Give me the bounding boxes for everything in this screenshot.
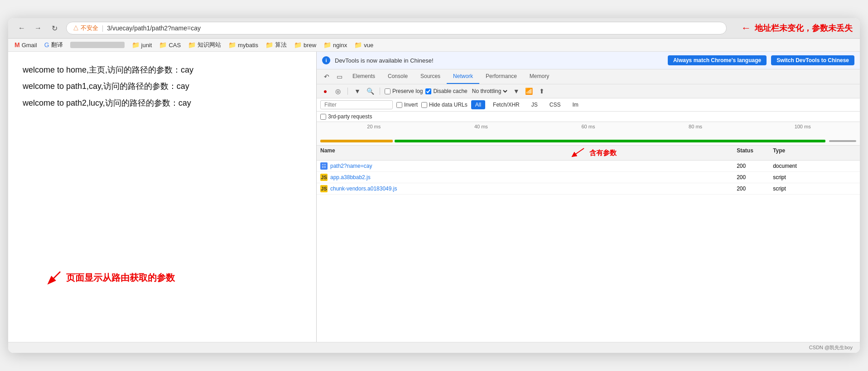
network-table: Name 含有参数	[317, 146, 860, 342]
filter-type-all[interactable]: All	[471, 100, 485, 109]
preserve-log-checkbox[interactable]	[385, 88, 391, 94]
search-icon[interactable]: 🔍	[365, 86, 375, 96]
table-row[interactable]: JS app.a38bbab2.js 200 script	[317, 172, 860, 183]
folder-icon: 📁	[132, 41, 140, 49]
timeline-bar-gray	[829, 140, 856, 142]
bookmark-mybatis[interactable]: 📁 mybatis	[228, 41, 258, 49]
bookmark-algorithm[interactable]: 📁 算法	[265, 41, 287, 49]
reload-button[interactable]: ↻	[48, 22, 61, 34]
tab-network[interactable]: Network	[447, 69, 479, 84]
tab-sources[interactable]: Sources	[414, 69, 447, 84]
filter-type-fetchxhr[interactable]: Fetch/XHR	[489, 100, 524, 109]
page-line-1: welcome to home,主页,访问的路径的参数：cay	[23, 63, 302, 77]
annotation-arrow-icon	[570, 147, 587, 158]
throttle-select[interactable]: No throttling	[470, 88, 509, 95]
devtools-banner: i DevTools is now available in Chinese! …	[317, 52, 860, 69]
bookmark-vue[interactable]: 📁 vue	[354, 41, 373, 49]
address-bar[interactable]: △ 不安全 | 3/vuecay/path1/path2?name=cay	[66, 22, 727, 34]
filter-type-js-label: JS	[531, 102, 538, 108]
third-party-checkbox[interactable]	[320, 114, 326, 120]
disable-cache-label[interactable]: Disable cache	[425, 88, 467, 94]
filter-type-js[interactable]: JS	[527, 100, 542, 109]
devtools-toolbar: ● ◎ ▼ 🔍 Preserve log Disable cache No th…	[317, 84, 860, 98]
timeline-mark-100: 100 ms	[749, 124, 856, 129]
page-annotation: 页面显示从路由获取的参数	[44, 269, 175, 288]
tab-console-label: Console	[388, 73, 408, 79]
tab-memory-label: Memory	[530, 73, 549, 79]
translate-icon: G	[44, 41, 49, 49]
page-content: welcome to home,主页,访问的路径的参数：cay welcome …	[8, 52, 316, 342]
gmail-label: Gmail	[22, 42, 37, 49]
hide-data-urls-checkbox[interactable]	[421, 102, 427, 108]
hide-data-urls-text: Hide data URLs	[429, 102, 468, 108]
clear-button[interactable]: ◎	[333, 86, 343, 96]
translate-label: 翻译	[51, 41, 63, 49]
arrow-icon: ←	[741, 22, 751, 34]
col-header-status: Status	[737, 147, 773, 158]
bookmarks-bar: M Gmail G 翻译 📁 junit 📁 CAS 📁 知识网站 📁 myba…	[8, 39, 860, 52]
devtools-panel: i DevTools is now available in Chinese! …	[316, 52, 860, 342]
disable-cache-checkbox[interactable]	[425, 88, 431, 94]
bookmark-translate[interactable]: G 翻译	[44, 41, 63, 49]
address-text: 3/vuecay/path1/path2?name=cay	[107, 24, 201, 32]
responsive-icon[interactable]: ▭	[333, 71, 346, 82]
invert-checkbox[interactable]	[396, 102, 402, 108]
filter-icon[interactable]: ▼	[352, 86, 362, 96]
network-table-header: Name 含有参数	[317, 146, 860, 161]
filter-type-all-label: All	[475, 102, 481, 108]
preserve-log-label[interactable]: Preserve log	[385, 88, 423, 94]
security-warning: △ 不安全	[73, 24, 98, 32]
title-bar: ← → ↻ △ 不安全 | 3/vuecay/path1/path2?name=…	[8, 18, 860, 39]
timeline-area: 20 ms 40 ms 60 ms 80 ms 100 ms	[317, 122, 860, 146]
bookmark-nginx[interactable]: 📁 nginx	[323, 41, 347, 49]
timeline-mark-60: 60 ms	[535, 124, 642, 129]
browser-window: ← → ↻ △ 不安全 | 3/vuecay/path1/path2?name=…	[8, 18, 860, 353]
tab-console[interactable]: Console	[381, 69, 414, 84]
upload-icon[interactable]: ⬆	[537, 86, 547, 96]
tab-performance[interactable]: Performance	[479, 69, 523, 84]
always-match-language-button[interactable]: Always match Chrome's language	[668, 55, 767, 65]
wifi-icon[interactable]: 📶	[524, 86, 534, 96]
filter-type-fetchxhr-label: Fetch/XHR	[493, 102, 520, 108]
row-1-name-col: ☷ path2?name=cay	[320, 162, 570, 170]
filter-input[interactable]	[320, 100, 393, 109]
forward-button[interactable]: →	[32, 22, 44, 34]
timeline-bar-orange	[320, 140, 393, 142]
bookmark-gmail[interactable]: M Gmail	[14, 41, 37, 49]
vue-label: vue	[364, 42, 373, 49]
tab-memory[interactable]: Memory	[523, 69, 555, 84]
page-line-2: welcome to path1,cay,访问的路径的参数：cay	[23, 79, 302, 93]
row-3-name: chunk-vendors.a0183049.js	[330, 186, 397, 192]
knowledge-label: 知识网站	[198, 41, 221, 49]
cursor-icon[interactable]: ↶	[320, 71, 333, 82]
bookmark-junit[interactable]: 📁 junit	[132, 41, 152, 49]
invert-label[interactable]: Invert	[396, 102, 418, 108]
filter-type-css[interactable]: CSS	[545, 100, 565, 109]
tab-elements[interactable]: Elements	[346, 69, 381, 84]
bookmark-cas[interactable]: 📁 CAS	[159, 41, 181, 49]
folder-icon-mybatis: 📁	[228, 41, 236, 49]
back-button[interactable]: ←	[15, 22, 28, 34]
throttle-chevron[interactable]: ▼	[511, 86, 521, 96]
timeline-mark-80: 80 ms	[642, 124, 749, 129]
bookmark-brew[interactable]: 📁 brew	[294, 41, 316, 49]
row-1-status: 200	[737, 163, 773, 169]
row-2-name-col: JS app.a38bbab2.js	[320, 174, 570, 181]
table-row[interactable]: ☷ path2?name=cay 200 document	[317, 161, 860, 172]
hide-data-urls-label[interactable]: Hide data URLs	[421, 102, 468, 108]
switch-devtools-language-button[interactable]: Switch DevTools to Chinese	[771, 55, 854, 65]
record-button[interactable]: ●	[320, 86, 330, 96]
table-row[interactable]: JS chunk-vendors.a0183049.js 200 script	[317, 183, 860, 195]
third-party-label[interactable]: 3rd-party requests	[320, 113, 372, 120]
js-icon-2: JS	[320, 185, 328, 192]
bookmark-knowledge[interactable]: 📁 知识网站	[188, 41, 221, 49]
third-party-row: 3rd-party requests	[317, 112, 860, 122]
invert-text: Invert	[404, 102, 418, 108]
folder-icon-vue: 📁	[354, 41, 362, 49]
preserve-log-text: Preserve log	[392, 88, 423, 94]
nav-buttons: ← → ↻	[15, 22, 61, 34]
filter-type-img[interactable]: Im	[568, 100, 582, 109]
separator-1	[347, 88, 348, 95]
brew-label: brew	[304, 42, 316, 49]
svg-line-0	[49, 272, 60, 283]
